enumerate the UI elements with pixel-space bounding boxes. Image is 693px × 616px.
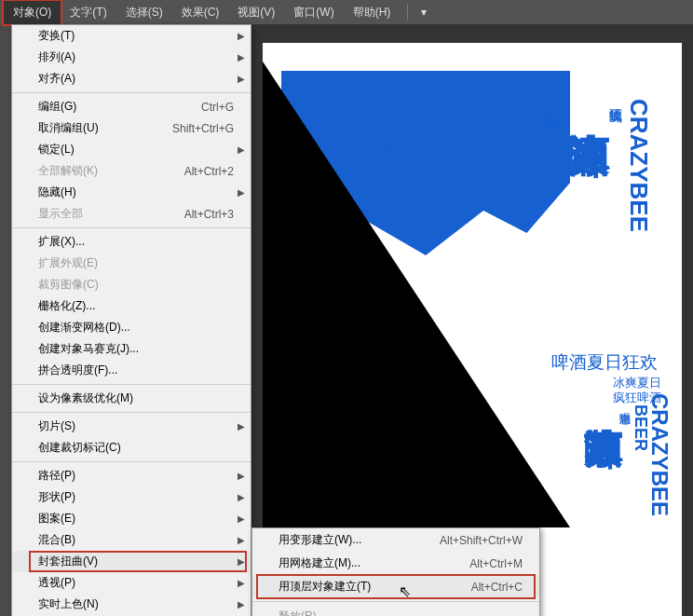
- object-dropdown: 变换(T)▶排列(A)▶对齐(A)▶编组(G)Ctrl+G取消编组(U)Shif…: [11, 24, 251, 616]
- menu-item-label: 扩展(X)...: [38, 234, 234, 250]
- submenu-arrow-icon: ▶: [238, 513, 245, 524]
- chevron-down-icon: ▾: [421, 6, 427, 19]
- menu-item-label: 图案(E): [38, 511, 234, 527]
- art-crazy: CRAZYBEE: [624, 99, 653, 232]
- art-title: 啤酒狂欢节 纯色啤酒夏日狂欢: [296, 73, 531, 97]
- menu-view[interactable]: 视图(V): [228, 1, 284, 24]
- dropdown-item-5[interactable]: 取消编组(U)Shift+Ctrl+G: [12, 117, 251, 139]
- dropdown-item-13: 裁剪图像(C): [12, 274, 251, 295]
- art-beer: BEER: [328, 99, 445, 145]
- dropdown-item-22[interactable]: 创建裁切标记(C): [12, 437, 251, 459]
- menu-item-shortcut: Shift+Ctrl+G: [172, 122, 234, 135]
- dropdown-item-19[interactable]: 设为像素级优化(M): [12, 388, 251, 409]
- menu-item-label: 编组(G): [38, 99, 201, 115]
- art-festival: COLDBEERFESTIVAL: [343, 155, 532, 174]
- dropdown-item-14[interactable]: 栅格化(Z)...: [12, 295, 251, 317]
- menubar-divider: [407, 4, 408, 21]
- art-sub1: ARTMAN: [479, 110, 536, 125]
- menu-item-shortcut: Alt+Ctrl+2: [184, 165, 234, 178]
- dropdown-item-4[interactable]: 编组(G)Ctrl+G: [12, 96, 251, 117]
- dropdown-item-2[interactable]: 对齐(A)▶: [12, 68, 251, 89]
- menu-item-label: 栅格化(Z)...: [38, 298, 234, 314]
- menu-object[interactable]: 对象(O): [4, 1, 61, 24]
- art-sub2: SDESIGN: [479, 125, 537, 140]
- submenu-arrow-icon: ▶: [238, 578, 245, 588]
- dropdown-item-1[interactable]: 排列(A)▶: [12, 47, 251, 68]
- submenu-arrow-icon: ▶: [238, 599, 245, 609]
- menu-type[interactable]: 文字(T): [61, 1, 116, 24]
- dropdown-item-7: 全部解锁(K)Alt+Ctrl+2: [12, 160, 251, 182]
- dropdown-item-21[interactable]: 切片(S)▶: [12, 416, 251, 437]
- menu-item-label: 用网格建立(M)...: [279, 555, 469, 571]
- menu-item-label: 形状(P): [38, 489, 234, 505]
- menu-item-label: 锁定(L): [38, 142, 234, 157]
- submenu-arrow-icon: ▶: [238, 144, 245, 155]
- menu-item-label: 用顶层对象建立(T): [279, 579, 471, 595]
- dropdown-item-30[interactable]: 实时上色(N)▶: [12, 594, 251, 615]
- dropdown-item-27[interactable]: 混合(B)▶: [12, 529, 251, 551]
- dropdown-separator: [12, 384, 251, 385]
- menu-window[interactable]: 窗口(W): [284, 1, 343, 24]
- menu-item-label: 对齐(A): [38, 71, 234, 87]
- submenu-arrow-icon: ▶: [238, 421, 245, 431]
- dropdown-item-17[interactable]: 拼合透明度(F)...: [12, 360, 251, 381]
- dropdown-item-12: 扩展外观(E): [12, 253, 251, 274]
- menu-item-label: 显示全部: [38, 206, 184, 222]
- menu-item-shortcut: Alt+Ctrl+C: [471, 581, 523, 594]
- submenu-separator: [252, 601, 539, 602]
- menu-item-label: 创建对象马赛克(J)...: [38, 341, 234, 357]
- submenu-arrow-icon: ▶: [238, 31, 245, 41]
- dropdown-item-28[interactable]: 封套扭曲(V)▶: [12, 551, 251, 572]
- submenu-arrow-icon: ▶: [238, 52, 245, 62]
- dropdown-separator: [12, 412, 251, 413]
- menu-item-label: 混合(B): [38, 532, 234, 548]
- menu-select[interactable]: 选择(S): [116, 1, 172, 24]
- menu-item-label: 实时上色(N): [38, 596, 234, 612]
- menubar-tool-icon[interactable]: ▾: [415, 2, 432, 22]
- dropdown-item-8[interactable]: 隐藏(H)▶: [12, 182, 251, 203]
- menu-effect[interactable]: 效果(C): [172, 1, 229, 24]
- menu-item-label: 排列(A): [38, 49, 234, 65]
- menu-item-label: 变换(T): [38, 28, 234, 44]
- menu-item-label: 隐藏(H): [38, 185, 234, 200]
- submenu-item-2[interactable]: 用顶层对象建立(T)Alt+Ctrl+C: [252, 575, 539, 598]
- menu-item-label: 透视(P): [38, 575, 234, 591]
- submenu-arrow-icon: ▶: [238, 74, 245, 84]
- submenu-item-0[interactable]: 用变形建立(W)...Alt+Shift+Ctrl+W: [252, 528, 539, 552]
- dropdown-item-16[interactable]: 创建对象马赛克(J)...: [12, 338, 251, 360]
- art-bv2: BEER: [631, 404, 650, 451]
- dropdown-separator: [12, 227, 251, 228]
- menu-item-shortcut: Alt+Ctrl+3: [184, 208, 234, 221]
- dropdown-item-25[interactable]: 形状(P)▶: [12, 486, 251, 508]
- submenu-arrow-icon: ▶: [238, 492, 245, 502]
- menu-item-label: 全部解锁(K): [38, 163, 184, 179]
- menu-item-label: 拼合透明度(F)...: [38, 363, 234, 378]
- art-btitle: 啤酒夏日狂欢: [551, 350, 658, 375]
- dropdown-item-24[interactable]: 路径(P)▶: [12, 465, 251, 486]
- submenu-item-4: 释放(R): [252, 605, 539, 616]
- dropdown-item-9: 显示全部Alt+Ctrl+3: [12, 203, 251, 225]
- menu-item-shortcut: Alt+Ctrl+M: [469, 557, 523, 570]
- menu-item-label: 裁剪图像(C): [38, 277, 234, 293]
- menu-item-label: 创建裁切标记(C): [38, 440, 234, 456]
- menu-item-label: 切片(S): [38, 418, 234, 434]
- menu-item-label: 释放(R): [279, 609, 523, 616]
- dropdown-separator: [12, 92, 251, 93]
- menu-item-label: 扩展外观(E): [38, 255, 234, 271]
- menu-item-label: 路径(P): [38, 468, 234, 484]
- submenu-arrow-icon: ▶: [238, 535, 245, 545]
- menubar: 对象(O) 文字(T) 选择(S) 效果(C) 视图(V) 窗口(W) 帮助(H…: [0, 0, 693, 24]
- dropdown-item-11[interactable]: 扩展(X)...: [12, 231, 251, 253]
- submenu-item-1[interactable]: 用网格建立(M)...Alt+Ctrl+M: [252, 552, 539, 575]
- submenu-arrow-icon: ▶: [238, 187, 245, 198]
- dropdown-item-6[interactable]: 锁定(L)▶: [12, 139, 251, 160]
- dropdown-item-26[interactable]: 图案(E)▶: [12, 508, 251, 529]
- dropdown-item-15[interactable]: 创建渐变网格(D)...: [12, 317, 251, 338]
- menu-help[interactable]: 帮助(H): [344, 1, 401, 24]
- menu-item-label: 取消编组(U): [38, 120, 172, 136]
- menu-item-shortcut: Alt+Shift+Ctrl+W: [440, 534, 523, 547]
- dropdown-item-29[interactable]: 透视(P)▶: [12, 572, 251, 594]
- dropdown-item-0[interactable]: 变换(T)▶: [12, 25, 251, 47]
- submenu-arrow-icon: ▶: [238, 471, 245, 481]
- dropdown-separator: [12, 461, 251, 462]
